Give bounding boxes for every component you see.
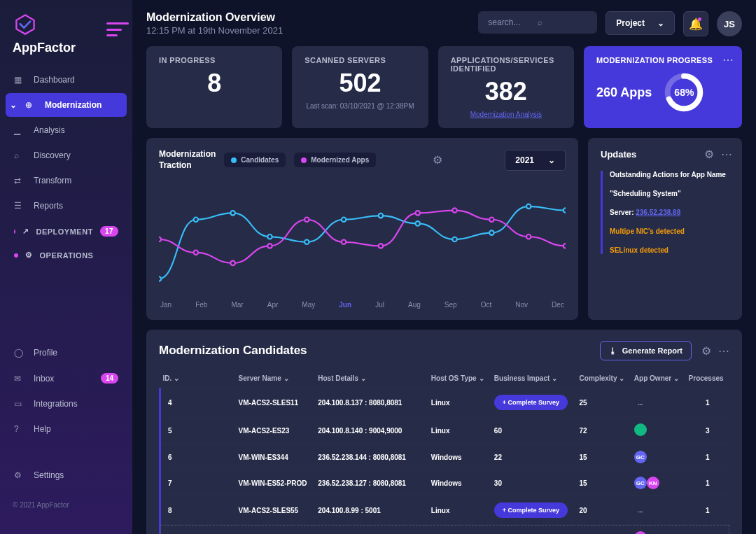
legend-candidates[interactable]: Candidates — [224, 153, 286, 167]
card-progress: ⋯ MODERNIZATION PROGRESS 260 Apps 68% — [584, 46, 742, 128]
year-selector[interactable]: 2021⌄ — [505, 150, 566, 171]
col-owner[interactable]: App Owner⌄ — [631, 369, 686, 388]
updates-panel: ⚙⋯ Updates Outstanding Actions for App N… — [588, 138, 742, 320]
chart-settings-icon[interactable]: ⚙ — [433, 153, 442, 167]
svg-point-13 — [564, 209, 566, 213]
sidebar-item-profile[interactable]: ◯Profile — [6, 341, 127, 365]
puzzle-icon: ▭ — [14, 399, 25, 409]
sidebar-item-help[interactable]: ?Help — [6, 417, 127, 441]
legend-modernized[interactable]: Modernized Apps — [294, 153, 376, 167]
svg-point-3 — [194, 218, 198, 222]
svg-point-22 — [452, 209, 456, 213]
update-warning: SELinux detected — [610, 246, 729, 254]
bell-icon: 🔔 — [689, 17, 703, 31]
table-row[interactable]: 8VM-ACS2-SLES55204.100.8.99 : 5001Linux+… — [160, 496, 730, 525]
sidebar-section-deployment[interactable]: ↗DEPLOYMENT17 — [6, 219, 127, 244]
sidebar-item-transform[interactable]: ⇄Transform — [6, 169, 127, 192]
col-host[interactable]: Host Details⌄ — [315, 369, 428, 388]
menu-toggle-icon[interactable] — [106, 22, 129, 36]
speed-icon: ⊕ — [25, 100, 36, 110]
col-impact[interactable]: Business Impact⌄ — [491, 369, 577, 388]
svg-point-5 — [267, 234, 272, 239]
svg-point-6 — [304, 240, 309, 244]
svg-point-17 — [267, 244, 272, 248]
card-applications: APPLICATIONS/SERVICES IDENTIFIED 382 Mod… — [438, 46, 574, 128]
chart-panel: Modernization Traction Candidates Modern… — [146, 138, 578, 320]
complete-survey-button[interactable]: + Complete Survey — [494, 395, 568, 410]
help-icon: ? — [14, 424, 25, 434]
page-subtitle: 12:15 PM at 19th November 2021 — [146, 25, 470, 36]
gear-icon[interactable]: ⚙ — [701, 344, 711, 358]
search-icon: ⌕ — [538, 17, 587, 27]
svg-point-23 — [489, 218, 493, 222]
notifications-button[interactable]: 🔔 — [683, 11, 708, 36]
complete-survey-button[interactable]: + Complete Survey — [494, 503, 568, 518]
card-menu-icon[interactable]: ⋯ — [722, 53, 734, 66]
logo-icon — [13, 13, 120, 38]
sidebar-item-discovery[interactable]: ⌕Discovery — [6, 143, 127, 167]
svg-point-7 — [342, 218, 346, 222]
copyright-text: © 2021 AppFactor — [0, 489, 132, 521]
sidebar-item-reports[interactable]: ☰Reports — [6, 194, 127, 218]
sidebar-item-analysis[interactable]: ▁Analysis — [6, 118, 127, 142]
server-ip-link[interactable]: 236.52.238.88 — [636, 209, 680, 216]
transform-icon: ⇄ — [14, 176, 25, 185]
mail-icon: ✉ — [14, 374, 25, 384]
table-row[interactable]: 6VM-WIN-ES344236.52.238.144 : 8080,8081W… — [160, 444, 730, 470]
svg-point-19 — [342, 240, 346, 244]
chevron-down-icon: ⌄ — [619, 374, 624, 382]
svg-point-18 — [304, 218, 309, 222]
chevron-down-icon: ⌄ — [657, 18, 664, 28]
svg-point-15 — [194, 251, 198, 255]
svg-point-14 — [159, 237, 161, 241]
modernization-analysis-link[interactable]: Modernization Analysis — [451, 111, 561, 118]
chart-canvas — [159, 183, 566, 295]
user-icon: ◯ — [14, 348, 25, 358]
table-row[interactable]: 9Inter-dependantVM-ACS2-SLES64204.100.8.… — [160, 525, 730, 534]
dot-icon — [14, 230, 15, 234]
search-input[interactable]: search...⌕ — [478, 11, 597, 34]
svg-point-25 — [564, 244, 566, 248]
chart-title: Modernization Traction — [159, 149, 216, 171]
more-icon[interactable]: ⋯ — [721, 148, 732, 161]
sidebar-item-dashboard[interactable]: ▦Dashboard — [6, 68, 127, 92]
col-id[interactable]: ID.⌄ — [160, 369, 236, 388]
brand-name: AppFactor — [13, 41, 120, 55]
chevron-down-icon: ⌄ — [479, 374, 484, 382]
col-processes[interactable]: Processes — [686, 369, 729, 388]
chevron-down-icon: ⌄ — [360, 374, 366, 382]
table-row[interactable]: 4VM-ACS2-SLES11204.100.8.137 : 8080,8081… — [160, 388, 730, 417]
update-item: "Scheduling System" — [610, 190, 729, 197]
more-icon[interactable]: ⋯ — [718, 344, 729, 358]
sidebar-item-integrations[interactable]: ▭Integrations — [6, 392, 127, 416]
project-selector[interactable]: Project⌄ — [606, 11, 675, 35]
card-scanned-servers: SCANNED SERVERS 502 Last scan: 03/10/202… — [292, 46, 428, 128]
chevron-down-icon: ⌄ — [548, 155, 555, 165]
chevron-down-icon: ⌄ — [673, 374, 679, 382]
svg-point-16 — [230, 261, 234, 265]
sidebar-item-settings[interactable]: ⚙Settings — [6, 463, 127, 487]
dot-icon — [14, 253, 18, 258]
svg-point-2 — [159, 276, 161, 281]
search-placeholder: search... — [488, 17, 538, 27]
table-row[interactable]: 7VM-WIN-ES52-PROD236.52.238.127 : 8080,8… — [160, 470, 730, 496]
sidebar-item-inbox[interactable]: ✉Inbox14 — [6, 366, 127, 391]
progress-donut: 68% — [664, 73, 704, 112]
chevron-down-icon: ⌄ — [552, 374, 557, 382]
update-item: Server: 236.52.238.88 — [610, 209, 729, 216]
svg-point-8 — [379, 213, 383, 218]
search-icon: ⌕ — [14, 150, 25, 160]
sidebar-section-operations[interactable]: ⚙OPERATIONS — [6, 244, 127, 267]
table-title: Modernization Candidates — [159, 344, 307, 358]
table-row[interactable]: 5VM-ACS2-ES23204.100.8.140 : 9004,9000Li… — [160, 417, 730, 444]
col-complexity[interactable]: Complexity⌄ — [577, 369, 631, 388]
chevron-down-icon: ⌄ — [284, 374, 289, 382]
svg-point-21 — [415, 211, 419, 215]
gear-icon[interactable]: ⚙ — [704, 148, 714, 161]
generate-report-button[interactable]: ⭳Generate Report — [600, 341, 692, 360]
svg-point-4 — [230, 211, 234, 215]
user-avatar[interactable]: JS — [717, 11, 742, 36]
col-os[interactable]: Host OS Type⌄ — [428, 369, 491, 388]
sidebar-item-modernization[interactable]: ⌄⊕Modernization — [6, 93, 127, 117]
col-server[interactable]: Server Name⌄ — [236, 369, 316, 388]
